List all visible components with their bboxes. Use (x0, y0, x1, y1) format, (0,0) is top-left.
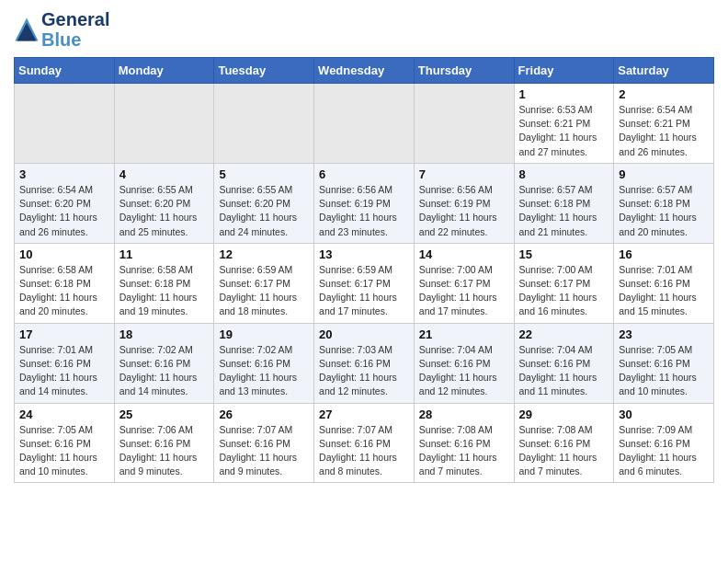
day-info: Sunrise: 7:08 AMSunset: 6:16 PMDaylight:… (519, 423, 609, 479)
calendar-cell: 27Sunrise: 7:07 AMSunset: 6:16 PMDayligh… (314, 403, 415, 483)
calendar-cell: 5Sunrise: 6:55 AMSunset: 6:20 PMDaylight… (214, 163, 314, 243)
weekday-header: Saturday (614, 58, 714, 84)
calendar-cell: 30Sunrise: 7:09 AMSunset: 6:16 PMDayligh… (614, 403, 714, 483)
day-info: Sunrise: 7:01 AMSunset: 6:16 PMDaylight:… (619, 263, 709, 319)
calendar-cell: 7Sunrise: 6:56 AMSunset: 6:19 PMDaylight… (414, 163, 514, 243)
day-number: 11 (119, 247, 210, 261)
day-info: Sunrise: 6:59 AMSunset: 6:17 PMDaylight:… (319, 263, 409, 319)
day-info: Sunrise: 7:07 AMSunset: 6:16 PMDaylight:… (219, 423, 309, 479)
calendar-week-row: 1Sunrise: 6:53 AMSunset: 6:21 PMDaylight… (15, 84, 714, 164)
day-number: 30 (619, 408, 709, 421)
day-info: Sunrise: 7:01 AMSunset: 6:16 PMDaylight:… (19, 343, 109, 399)
day-number: 3 (19, 167, 109, 181)
day-info: Sunrise: 6:57 AMSunset: 6:18 PMDaylight:… (619, 183, 709, 239)
day-info: Sunrise: 6:56 AMSunset: 6:19 PMDaylight:… (319, 183, 409, 239)
day-info: Sunrise: 6:54 AMSunset: 6:20 PMDaylight:… (19, 183, 109, 239)
calendar-cell: 2Sunrise: 6:54 AMSunset: 6:21 PMDaylight… (614, 84, 714, 164)
calendar-cell: 23Sunrise: 7:05 AMSunset: 6:16 PMDayligh… (614, 323, 714, 403)
day-info: Sunrise: 6:55 AMSunset: 6:20 PMDaylight:… (119, 183, 210, 239)
calendar-cell: 14Sunrise: 7:00 AMSunset: 6:17 PMDayligh… (414, 243, 514, 323)
calendar-cell: 26Sunrise: 7:07 AMSunset: 6:16 PMDayligh… (214, 403, 314, 483)
calendar-cell: 12Sunrise: 6:59 AMSunset: 6:17 PMDayligh… (214, 243, 314, 323)
day-number: 29 (519, 408, 609, 421)
calendar-cell: 24Sunrise: 7:05 AMSunset: 6:16 PMDayligh… (15, 403, 115, 483)
calendar-cell: 18Sunrise: 7:02 AMSunset: 6:16 PMDayligh… (114, 323, 214, 403)
day-info: Sunrise: 6:59 AMSunset: 6:17 PMDaylight:… (219, 263, 309, 319)
day-number: 7 (419, 167, 509, 181)
day-info: Sunrise: 7:02 AMSunset: 6:16 PMDaylight:… (219, 343, 309, 399)
day-info: Sunrise: 7:00 AMSunset: 6:17 PMDaylight:… (419, 263, 509, 319)
calendar-week-row: 17Sunrise: 7:01 AMSunset: 6:16 PMDayligh… (15, 323, 714, 403)
calendar-cell: 9Sunrise: 6:57 AMSunset: 6:18 PMDaylight… (614, 163, 714, 243)
calendar-cell (414, 84, 514, 164)
calendar-cell: 10Sunrise: 6:58 AMSunset: 6:18 PMDayligh… (15, 243, 115, 323)
day-number: 20 (319, 327, 409, 341)
calendar-cell: 17Sunrise: 7:01 AMSunset: 6:16 PMDayligh… (15, 323, 115, 403)
day-number: 9 (619, 167, 709, 181)
logo-text: General Blue (41, 9, 109, 50)
weekday-header: Sunday (15, 58, 115, 84)
day-info: Sunrise: 7:02 AMSunset: 6:16 PMDaylight:… (119, 343, 210, 399)
day-info: Sunrise: 6:58 AMSunset: 6:18 PMDaylight:… (19, 263, 109, 319)
day-number: 17 (19, 327, 109, 341)
day-number: 13 (319, 247, 409, 261)
day-number: 26 (219, 408, 309, 421)
day-info: Sunrise: 7:09 AMSunset: 6:16 PMDaylight:… (619, 423, 709, 479)
day-info: Sunrise: 6:57 AMSunset: 6:18 PMDaylight:… (519, 183, 609, 239)
calendar-cell (114, 84, 214, 164)
calendar-cell: 15Sunrise: 7:00 AMSunset: 6:17 PMDayligh… (514, 243, 614, 323)
weekday-header: Wednesday (314, 58, 415, 84)
calendar-cell: 28Sunrise: 7:08 AMSunset: 6:16 PMDayligh… (414, 403, 514, 483)
day-info: Sunrise: 7:05 AMSunset: 6:16 PMDaylight:… (19, 423, 109, 479)
day-number: 15 (519, 247, 609, 261)
day-info: Sunrise: 7:08 AMSunset: 6:16 PMDaylight:… (419, 423, 509, 479)
day-info: Sunrise: 6:53 AMSunset: 6:21 PMDaylight:… (519, 103, 609, 159)
calendar-cell: 11Sunrise: 6:58 AMSunset: 6:18 PMDayligh… (114, 243, 214, 323)
day-number: 22 (519, 327, 609, 341)
day-number: 8 (519, 167, 609, 181)
day-info: Sunrise: 7:04 AMSunset: 6:16 PMDaylight:… (519, 343, 609, 399)
calendar-cell: 20Sunrise: 7:03 AMSunset: 6:16 PMDayligh… (314, 323, 415, 403)
day-number: 18 (119, 327, 210, 341)
day-number: 10 (19, 247, 109, 261)
calendar-cell: 4Sunrise: 6:55 AMSunset: 6:20 PMDaylight… (114, 163, 214, 243)
day-number: 19 (219, 327, 309, 341)
day-info: Sunrise: 7:03 AMSunset: 6:16 PMDaylight:… (319, 343, 409, 399)
calendar-cell: 25Sunrise: 7:06 AMSunset: 6:16 PMDayligh… (114, 403, 214, 483)
page: General Blue SundayMondayTuesdayWednesda… (0, 0, 728, 492)
weekday-header: Monday (114, 58, 214, 84)
day-number: 12 (219, 247, 309, 261)
header: General Blue (14, 9, 714, 50)
calendar-cell: 16Sunrise: 7:01 AMSunset: 6:16 PMDayligh… (614, 243, 714, 323)
day-info: Sunrise: 7:06 AMSunset: 6:16 PMDaylight:… (119, 423, 210, 479)
day-number: 27 (319, 408, 409, 421)
calendar-week-row: 3Sunrise: 6:54 AMSunset: 6:20 PMDaylight… (15, 163, 714, 243)
logo-icon (14, 17, 40, 42)
calendar-cell: 8Sunrise: 6:57 AMSunset: 6:18 PMDaylight… (514, 163, 614, 243)
calendar-cell: 13Sunrise: 6:59 AMSunset: 6:17 PMDayligh… (314, 243, 415, 323)
calendar-week-row: 10Sunrise: 6:58 AMSunset: 6:18 PMDayligh… (15, 243, 714, 323)
day-number: 4 (119, 167, 210, 181)
day-number: 24 (19, 408, 109, 421)
calendar-cell: 22Sunrise: 7:04 AMSunset: 6:16 PMDayligh… (514, 323, 614, 403)
day-info: Sunrise: 7:04 AMSunset: 6:16 PMDaylight:… (419, 343, 509, 399)
day-number: 14 (419, 247, 509, 261)
day-number: 2 (619, 87, 709, 101)
calendar-cell (314, 84, 415, 164)
day-info: Sunrise: 6:54 AMSunset: 6:21 PMDaylight:… (619, 103, 709, 159)
day-number: 25 (119, 408, 210, 421)
calendar-cell (214, 84, 314, 164)
calendar-header-row: SundayMondayTuesdayWednesdayThursdayFrid… (15, 58, 714, 84)
day-info: Sunrise: 6:58 AMSunset: 6:18 PMDaylight:… (119, 263, 210, 319)
calendar-cell: 3Sunrise: 6:54 AMSunset: 6:20 PMDaylight… (15, 163, 115, 243)
day-number: 16 (619, 247, 709, 261)
calendar-cell: 1Sunrise: 6:53 AMSunset: 6:21 PMDaylight… (514, 84, 614, 164)
day-info: Sunrise: 7:05 AMSunset: 6:16 PMDaylight:… (619, 343, 709, 399)
day-number: 1 (519, 87, 609, 101)
calendar: SundayMondayTuesdayWednesdayThursdayFrid… (14, 57, 714, 483)
calendar-cell: 21Sunrise: 7:04 AMSunset: 6:16 PMDayligh… (414, 323, 514, 403)
weekday-header: Thursday (414, 58, 514, 84)
day-number: 6 (319, 167, 409, 181)
day-number: 28 (419, 408, 509, 421)
day-number: 5 (219, 167, 309, 181)
